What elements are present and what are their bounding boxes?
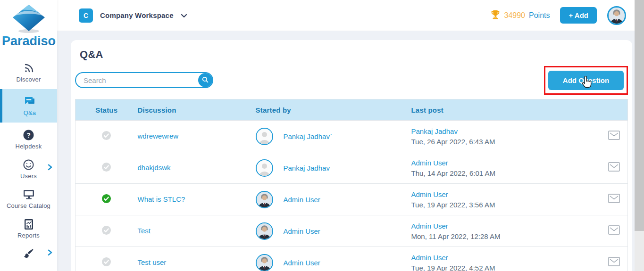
envelope-icon[interactable] [608,162,620,172]
sidebar-item-helpdesk[interactable]: ? Helpdesk [0,124,57,154]
profile-avatar[interactable] [607,6,626,25]
sidebar-item-label: Reports [0,232,57,239]
sidebar-item-qa[interactable]: Q&a [0,89,57,123]
sidebar-item-label: Course Catalog [0,202,57,209]
vertical-scrollbar[interactable] [635,0,644,271]
add-button[interactable]: + Add [560,7,597,24]
rss-icon [0,62,57,74]
sidebar-item-label: Users [0,172,57,180]
envelope-icon[interactable] [608,194,620,203]
workspace-badge: C [79,8,93,23]
workspace-name: Company Workspace [100,11,174,19]
started-by-link[interactable]: Admin User [284,259,320,267]
sidebar-item-appearance[interactable] [0,243,57,266]
sidebar-item-course-catalog[interactable]: Course Catalog [0,184,57,214]
svg-text:?: ? [26,131,31,139]
sidebar-item-label: Helpdesk [0,143,57,150]
column-header-started-by: Started by [256,99,411,121]
envelope-icon[interactable] [608,257,620,266]
search-bar [75,72,213,88]
envelope-icon[interactable] [608,131,620,140]
user-avatar [256,254,273,271]
started-by-link[interactable]: Admin User [284,227,320,235]
status-check-icon [102,163,111,172]
column-header-discussion: Discussion [138,99,256,121]
points-label: Points [529,11,550,20]
last-post-date: Tue, 19 Apr 2022, 4:52 AM [411,264,601,271]
column-header-status: Status [75,99,138,121]
add-question-button[interactable]: Add Question [548,71,624,90]
last-post-user-link[interactable]: Admin User [411,159,448,167]
sidebar-item-discover[interactable]: Discover [0,57,57,87]
discussion-link[interactable]: dhakjdswk [138,164,171,172]
qa-panel: Q&A Add Question [71,40,632,271]
sidebar: Paradiso Discover Q&a [0,0,57,271]
page-title: Q&A [80,49,628,61]
qa-table-body: wdrewewrew [75,121,628,271]
trophy-icon [490,9,501,22]
started-by-link[interactable]: Pankaj Jadhav` [284,132,332,140]
last-post-user-link[interactable]: Admin User [411,254,448,262]
last-post-date: Tue, 26 Apr 2022, 6:43 AM [411,138,601,146]
started-by-link[interactable]: Pankaj Jadhav [284,164,330,172]
chat-icon [2,96,57,108]
last-post-date: Tue, 19 Apr 2022, 3:56 AM [411,201,601,209]
table-row: Test user [75,247,628,271]
status-check-icon [102,226,111,235]
workspace-selector[interactable]: C Company Workspace [79,8,187,23]
user-avatar [256,191,273,208]
column-header-last-post: Last post [411,99,601,121]
table-header-row: Status Discussion Started by Last post [75,99,628,121]
discussion-link[interactable]: Test [138,227,151,235]
search-icon [201,76,209,85]
search-button[interactable] [198,73,212,87]
search-input[interactable] [75,72,213,88]
envelope-icon[interactable] [608,225,620,235]
points-indicator: 34990 Points [490,9,550,22]
paradiso-logo[interactable]: Paradiso [0,0,57,51]
last-post-date: Mon, 11 Apr 2022, 12:28 AM [411,232,601,240]
table-row: wdrewewrew [75,121,628,152]
top-header: C Company Workspace 34990 Points + Add [57,0,635,31]
status-check-icon [102,131,111,140]
sidebar-item-label: Q&a [2,109,57,116]
annotation-highlight-box: Add Question [544,66,628,95]
discussion-link[interactable]: wdrewewrew [138,132,179,140]
status-check-icon [102,257,111,266]
last-post-user-link[interactable]: Admin User [411,190,448,198]
user-avatar [256,128,273,145]
discussion-link[interactable]: What is STLC? [138,195,185,203]
last-post-user-link[interactable]: Pankaj Jadhav [411,127,458,135]
scrollbar-thumb[interactable] [635,0,644,231]
status-check-icon [102,194,111,203]
user-avatar [256,222,273,240]
qa-table: Status Discussion Started by Last post w… [75,99,628,271]
table-row: Test [75,215,628,247]
points-value: 34990 [504,11,526,20]
chevron-right-icon[interactable] [48,249,52,258]
sidebar-item-label: Discover [0,76,57,83]
svg-text:Paradiso: Paradiso [1,34,55,48]
discussion-link[interactable]: Test user [138,258,167,266]
sidebar-nav: Discover Q&a ? Helpdesk [0,57,57,266]
chevron-down-icon [181,11,187,20]
table-row: dhakjdswk [75,152,628,184]
last-post-date: Thu, 14 Apr 2022, 6:01 AM [411,169,601,177]
question-circle-icon: ? [0,129,57,141]
last-post-user-link[interactable]: Admin User [411,222,448,230]
user-avatar [256,159,273,177]
started-by-link[interactable]: Admin User [284,196,320,204]
sidebar-item-reports[interactable]: Reports [0,214,57,243]
monitor-icon [0,189,57,201]
report-icon [0,218,57,230]
chevron-right-icon[interactable] [48,164,52,172]
table-row: What is STLC? [75,184,628,215]
sidebar-item-users[interactable]: Users [0,154,57,184]
